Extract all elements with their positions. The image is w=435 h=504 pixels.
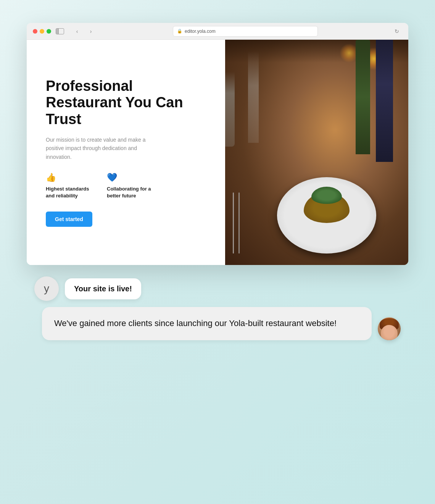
hero-description: Our mission is to create value and make … [46, 136, 160, 161]
chat-bubble-1-text: Your site is live! [74, 284, 132, 293]
chat-bubble-2: We've gained more clients since launchin… [42, 307, 372, 340]
cutlery [229, 192, 259, 261]
browser-nav-controls: ‹ › [72, 27, 96, 35]
avatar-face [381, 325, 398, 340]
lock-icon: 🔒 [177, 29, 182, 34]
wine-glass-2 [248, 40, 259, 143]
back-button[interactable]: ‹ [72, 27, 82, 35]
feature-item-2: 💙 Collaborating for a better future [107, 173, 153, 199]
food-background [225, 40, 408, 265]
hero-left-panel: Professional Restaurant You Can Trust Ou… [27, 40, 225, 265]
browser-toolbar: ‹ › 🔒 editor.yola.com ↻ [27, 23, 408, 40]
browser-window: ‹ › 🔒 editor.yola.com ↻ Professional Res… [27, 23, 408, 265]
traffic-lights [33, 29, 51, 34]
chat-bubble-1: Your site is live! [65, 278, 141, 299]
feature-label-1: Highest standards and reliability [46, 186, 92, 199]
get-started-button[interactable]: Get started [46, 212, 92, 227]
chat-row-1: y Your site is live! [34, 276, 401, 301]
yola-avatar: y [34, 276, 59, 301]
wine-glass-1 [225, 40, 235, 147]
features-row: 👍 Highest standards and reliability 💙 Co… [46, 173, 206, 199]
close-button[interactable] [33, 29, 37, 34]
chat-bubble-2-text: We've gained more clients since launchin… [54, 318, 337, 328]
url-text: editor.yola.com [185, 29, 216, 34]
wine-bottle-2 [356, 40, 370, 154]
chat-row-2: We've gained more clients since launchin… [34, 307, 401, 340]
yola-avatar-letter: y [44, 283, 49, 295]
fullscreen-button[interactable] [47, 29, 51, 34]
outer-container: ‹ › 🔒 editor.yola.com ↻ Professional Res… [19, 23, 416, 481]
sidebar-toggle-icon[interactable] [56, 28, 64, 34]
reload-button[interactable]: ↻ [395, 28, 399, 34]
address-bar[interactable]: 🔒 editor.yola.com [173, 26, 318, 37]
user-avatar [378, 317, 401, 340]
browser-content: Professional Restaurant You Can Trust Ou… [27, 40, 408, 265]
feature-item-1: 👍 Highest standards and reliability [46, 173, 92, 199]
chat-section: y Your site is live! We've gained more c… [27, 276, 408, 340]
heart-icon: 💙 [107, 173, 153, 183]
food-plate [277, 177, 376, 254]
hero-title: Professional Restaurant You Can Trust [46, 78, 206, 128]
thumbs-up-icon: 👍 [46, 173, 92, 183]
wine-bottle-1 [376, 40, 393, 162]
feature-label-2: Collaborating for a better future [107, 186, 153, 199]
hero-image-panel [225, 40, 408, 265]
forward-button[interactable]: › [85, 27, 96, 35]
minimize-button[interactable] [40, 29, 44, 34]
